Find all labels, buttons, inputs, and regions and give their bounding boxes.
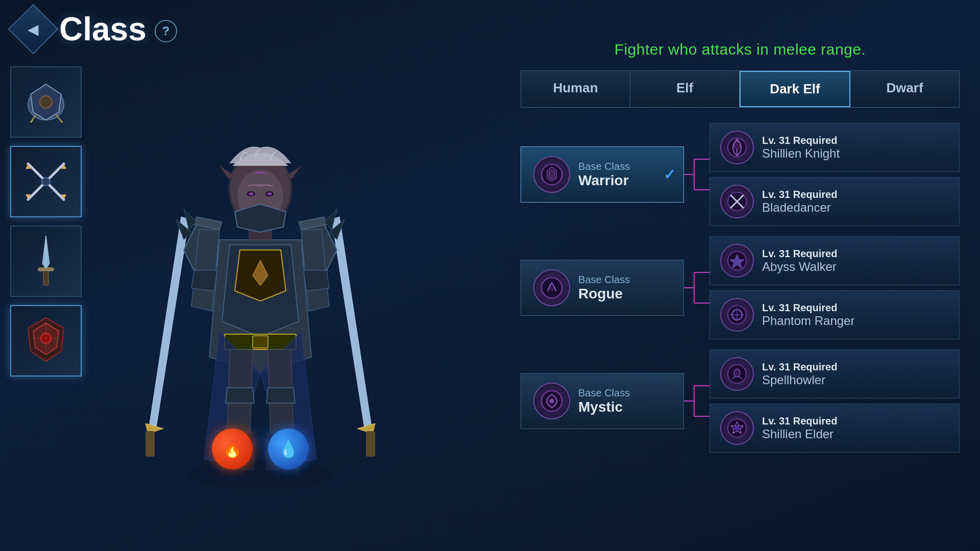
svg-marker-28 <box>332 217 373 434</box>
water-skill-orb[interactable]: 💧 <box>268 429 309 469</box>
subclass-info-shillien-elder: Lv. 31 RequiredShillien Elder <box>762 415 837 441</box>
subclass-icon-shillien-elder <box>720 411 754 445</box>
subclass-btn-abyss-walker[interactable]: Lv. 31 RequiredAbyss Walker <box>709 236 960 285</box>
subclass-req-shillien-knight: Lv. 31 Required <box>762 135 840 146</box>
svg-point-77 <box>734 141 740 149</box>
subclass-name-bladedancer: Bladedancer <box>762 201 837 215</box>
base-class-text-mystic: Base ClassMystic <box>578 387 630 415</box>
race-tab-dark-elf[interactable]: Dark Elf <box>740 71 850 107</box>
svg-point-94 <box>550 399 554 403</box>
svg-rect-30 <box>366 431 375 457</box>
base-class-name-rogue: Rogue <box>578 286 630 302</box>
svg-rect-27 <box>145 431 155 457</box>
subclass-info-abyss-walker: Lv. 31 RequiredAbyss Walker <box>762 248 837 274</box>
base-class-label-rogue: Base Class <box>578 273 630 286</box>
class-description: Fighter who attacks in melee range. <box>521 41 960 58</box>
equipment-slot-sword2[interactable] <box>10 226 82 297</box>
svg-line-6 <box>60 120 62 122</box>
base-class-icon-warrior <box>533 156 570 193</box>
subclass-btn-shillien-elder[interactable]: Lv. 31 RequiredShillien Elder <box>709 404 960 453</box>
connector-svg-rogue <box>684 257 709 318</box>
connector-area-mystic: Lv. 31 RequiredSpellhowlerLv. 31 Require… <box>684 349 960 453</box>
subclass-req-spellhowler: Lv. 31 Required <box>762 361 837 373</box>
subclass-list-rogue: Lv. 31 RequiredAbyss WalkerLv. 31 Requir… <box>709 236 960 339</box>
base-class-btn-warrior[interactable]: Base ClassWarrior✓ <box>521 146 684 203</box>
base-class-name-mystic: Mystic <box>578 399 630 415</box>
subclass-btn-shillien-knight[interactable]: Lv. 31 RequiredShillien Knight <box>709 123 960 172</box>
swords-icon <box>18 154 74 210</box>
svg-point-64 <box>267 192 272 195</box>
sword2-icon <box>23 233 69 289</box>
subclass-list-mystic: Lv. 31 RequiredSpellhowlerLv. 31 Require… <box>709 349 960 453</box>
subclass-btn-phantom-ranger[interactable]: Lv. 31 RequiredPhantom Ranger <box>709 290 960 339</box>
base-class-btn-mystic[interactable]: Base ClassMystic <box>521 373 684 429</box>
subclass-name-abyss-walker: Abyss Walker <box>762 260 837 274</box>
subclass-req-abyss-walker: Lv. 31 Required <box>762 248 837 260</box>
subclass-list-warrior: Lv. 31 RequiredShillien KnightLv. 31 Req… <box>709 123 960 226</box>
subclass-icon-shillien-knight <box>720 131 754 164</box>
armor2-icon <box>18 313 74 369</box>
race-tab-elf[interactable]: Elf <box>630 71 740 107</box>
subclass-name-shillien-elder: Shillien Elder <box>762 427 837 441</box>
back-button[interactable]: ◀ <box>8 4 59 55</box>
svg-marker-56 <box>304 270 329 291</box>
subclass-name-phantom-ranger: Phantom Ranger <box>762 314 854 328</box>
subclass-icon-bladedancer <box>720 185 754 218</box>
class-row-rogue: Base ClassRogue Lv. 31 RequiredAbyss Wal… <box>521 236 960 339</box>
subclass-req-bladedancer: Lv. 31 Required <box>762 189 837 201</box>
connector-svg-mystic <box>684 370 709 432</box>
character-display: 🔥 💧 <box>87 41 434 510</box>
subclass-icon-phantom-ranger <box>720 298 754 332</box>
subclass-req-shillien-elder: Lv. 31 Required <box>762 415 837 427</box>
base-class-text-warrior: Base ClassWarrior <box>578 160 630 189</box>
connector-area-warrior: Lv. 31 RequiredShillien KnightLv. 31 Req… <box>684 123 960 226</box>
subclass-info-shillien-knight: Lv. 31 RequiredShillien Knight <box>762 135 840 161</box>
equipment-panel <box>10 66 82 377</box>
svg-point-63 <box>249 192 254 195</box>
armor-icon <box>20 77 71 128</box>
fire-skill-orb[interactable]: 🔥 <box>212 429 253 469</box>
class-row-mystic: Base ClassMystic Lv. 31 RequiredSpellhow… <box>521 349 960 453</box>
subclass-info-spellhowler: Lv. 31 RequiredSpellhowler <box>762 361 837 387</box>
base-class-icon-mystic <box>533 383 570 419</box>
svg-marker-70 <box>549 170 554 179</box>
svg-point-100 <box>734 369 740 377</box>
subclass-info-phantom-ranger: Lv. 31 RequiredPhantom Ranger <box>762 302 854 328</box>
subclass-icon-spellhowler <box>720 357 754 391</box>
base-class-label-warrior: Base Class <box>578 160 630 172</box>
connector-area-rogue: Lv. 31 RequiredAbyss WalkerLv. 31 Requir… <box>684 236 960 339</box>
subclass-name-spellhowler: Spellhowler <box>762 373 837 387</box>
race-tabs: HumanElfDark ElfDwarf <box>521 70 960 108</box>
help-button[interactable]: ? <box>155 20 177 42</box>
base-class-icon-rogue <box>533 269 570 306</box>
subclass-icon-abyss-walker <box>720 244 754 278</box>
base-class-text-rogue: Base ClassRogue <box>578 273 630 302</box>
base-class-btn-rogue[interactable]: Base ClassRogue <box>521 260 684 316</box>
equipment-slot-armor[interactable] <box>10 66 82 138</box>
right-panel: Fighter who attacks in melee range. Huma… <box>521 41 960 453</box>
subclass-info-bladedancer: Lv. 31 RequiredBladedancer <box>762 189 837 215</box>
base-class-name-warrior: Warrior <box>578 172 630 189</box>
svg-marker-55 <box>191 270 217 291</box>
svg-rect-15 <box>38 268 54 271</box>
race-tab-dwarf[interactable]: Dwarf <box>850 71 959 107</box>
race-tab-human[interactable]: Human <box>521 71 630 107</box>
svg-point-2 <box>40 96 52 108</box>
svg-point-105 <box>734 425 740 431</box>
subclass-btn-bladedancer[interactable]: Lv. 31 RequiredBladedancer <box>709 177 960 226</box>
svg-marker-25 <box>148 217 189 434</box>
svg-rect-44 <box>253 336 268 348</box>
svg-marker-49 <box>226 388 254 403</box>
equipment-slot-armor2[interactable] <box>10 305 82 377</box>
subclass-btn-spellhowler[interactable]: Lv. 31 RequiredSpellhowler <box>709 349 960 398</box>
skill-orbs: 🔥 💧 <box>212 429 309 469</box>
svg-point-13 <box>42 178 50 186</box>
subclass-name-shillien-knight: Shillien Knight <box>762 146 840 161</box>
equipment-slot-swords[interactable] <box>10 146 82 217</box>
base-class-label-mystic: Base Class <box>578 387 630 399</box>
selected-checkmark: ✓ <box>664 166 675 183</box>
class-tree: Base ClassWarrior✓ Lv. 31 RequiredShilli… <box>521 123 960 453</box>
class-row-warrior: Base ClassWarrior✓ Lv. 31 RequiredShilli… <box>521 123 960 226</box>
back-icon: ◀ <box>28 21 39 38</box>
connector-svg-warrior <box>684 144 709 205</box>
